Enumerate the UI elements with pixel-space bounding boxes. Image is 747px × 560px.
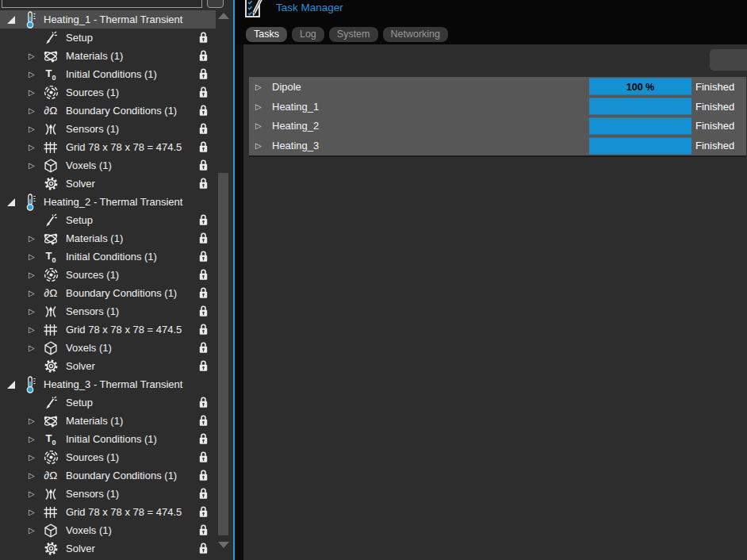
lock-icon [198,159,209,174]
search-input[interactable] [2,0,202,8]
expand-arrow-icon[interactable]: ▷ [29,521,38,539]
lock-icon [198,250,209,265]
expand-arrow-icon[interactable]: ▷ [29,302,38,320]
task-row[interactable]: ▷Dipole100 %Finished [249,77,746,97]
tree-item-label: Sources (1) [66,86,119,98]
progress-bar [589,98,691,115]
tree-item[interactable]: ▷ Materials (1) [0,412,216,430]
tree-item[interactable]: ▷ Sources (1) [0,448,216,466]
lock-icon [198,213,209,228]
tree-item[interactable]: ▷∂ΩBoundary Conditions (1) [0,284,216,302]
expand-arrow-icon[interactable]: ▷ [29,247,38,266]
expand-arrow-icon[interactable]: ▷ [29,503,38,521]
expand-arrow-icon[interactable]: ▷ [29,485,38,503]
expand-arrow-icon[interactable]: ▷ [29,430,38,448]
tree-item[interactable]: ▷ Sensors (1) [0,302,216,320]
expand-arrow-icon[interactable]: ▷ [29,412,38,430]
expanded-arrow-icon[interactable] [7,381,17,389]
tree-section-label: Heating_3 - Thermal Transient [44,378,182,390]
tab-log[interactable]: Log [292,27,324,42]
lock-icon [198,140,209,155]
lock-icon [198,49,209,64]
task-row[interactable]: ▷Heating_1Finished [249,97,746,117]
tree-item[interactable]: Solver [0,175,216,193]
tab-networking[interactable]: Networking [383,27,449,42]
grid-icon [42,506,59,519]
tree-item-label: Solver [66,178,95,190]
tree-item[interactable]: ▷ Sources (1) [0,83,216,102]
expand-arrow-icon[interactable]: ▷ [29,339,38,357]
lock-icon [198,286,209,301]
expand-arrow-icon[interactable]: ▷ [29,102,38,120]
expand-arrow-icon[interactable]: ▷ [29,284,38,302]
expand-arrow-icon[interactable]: ▷ [29,120,38,138]
progress-label: 100 % [626,81,654,92]
tree-item[interactable]: ▷∂ΩBoundary Conditions (1) [0,102,216,120]
scroll-up-icon[interactable] [218,13,229,19]
tab-tasks[interactable]: Tasks [246,27,287,42]
task-manager-header: Task Manager TasksLogSystemNetworking [235,0,747,44]
tree-section-header[interactable]: Heating_2 - Thermal Transient [0,193,216,211]
expand-arrow-icon[interactable]: ▷ [29,65,38,83]
expanded-arrow-icon[interactable] [7,16,17,24]
solver-icon [42,176,59,191]
task-row[interactable]: ▷Heating_2Finished [249,117,746,136]
tree-item[interactable]: ▷T0Initial Conditions (1) [0,65,216,83]
tree-item[interactable]: ▷T0Initial Conditions (1) [0,430,216,448]
tree-item[interactable]: ▷ Sensors (1) [0,120,216,138]
tree-item[interactable]: ▷ Voxels (1) [0,521,216,539]
tree-item[interactable]: Setup [0,393,216,412]
expand-arrow-icon[interactable]: ▷ [29,448,38,466]
expand-arrow-icon[interactable]: ▷ [29,47,38,65]
task-manager-icon [243,0,265,22]
tree-item-label: Materials (1) [66,415,123,427]
tree-item[interactable]: Setup [0,211,216,229]
tree-item[interactable]: ▷ Materials (1) [0,47,216,65]
voxels-icon [42,524,59,538]
expand-arrow-icon[interactable]: ▷ [29,466,38,485]
tree-item[interactable]: ▷T0Initial Conditions (1) [0,247,216,266]
tree-item[interactable]: Setup [0,29,216,47]
expand-arrow-icon[interactable]: ▷ [255,121,263,130]
tree-section-header[interactable]: Heating_1 - Thermal Transient [0,10,216,29]
tree-scrollbar[interactable] [216,0,231,560]
tree-item-label: Materials (1) [66,50,123,62]
tab-system[interactable]: System [329,27,378,42]
expand-arrow-icon[interactable]: ▷ [255,82,263,91]
tree-item[interactable]: ▷ Voxels (1) [0,156,216,175]
tree-section-header[interactable]: Heating_3 - Thermal Transient [0,375,216,393]
expand-arrow-icon[interactable]: ▷ [29,320,38,339]
tree-item[interactable]: ▷∂ΩBoundary Conditions (1) [0,466,216,485]
boundary-conditions-icon: ∂Ω [42,287,59,299]
initial-conditions-icon: T0 [42,250,59,264]
tree-item[interactable]: ▷ Grid 78 x 78 x 78 = 474.5 [0,138,216,156]
voxels-icon [42,159,59,173]
expand-arrow-icon[interactable]: ▷ [29,138,38,156]
tree-section-label: Heating_1 - Thermal Transient [44,13,182,25]
task-status: Finished [695,101,734,113]
lock-icon [198,268,209,283]
expanded-arrow-icon[interactable] [7,198,17,206]
expand-arrow-icon[interactable]: ▷ [255,102,263,111]
expand-arrow-icon[interactable]: ▷ [29,83,38,102]
tree-item[interactable]: ▷ Sensors (1) [0,485,216,503]
tree-item[interactable]: ▷ Sources (1) [0,266,216,284]
tree-item[interactable]: ▷ Voxels (1) [0,339,216,357]
scrollbar-thumb[interactable] [218,173,228,535]
tree-item-label: Grid 78 x 78 x 78 = 474.5 [66,141,182,153]
scroll-down-icon[interactable] [218,542,229,548]
tree-item[interactable]: ▷ Materials (1) [0,229,216,247]
tree-item[interactable]: Solver [0,357,216,375]
panel-title: Task Manager [276,2,343,13]
tree-item[interactable]: ▷ Grid 78 x 78 x 78 = 474.5 [0,503,216,521]
tree-item[interactable]: ▷ Grid 78 x 78 x 78 = 474.5 [0,320,216,339]
tree-item[interactable]: Solver [0,539,216,558]
expand-arrow-icon[interactable]: ▷ [29,229,38,247]
expand-arrow-icon[interactable]: ▷ [255,141,263,150]
expand-arrow-icon[interactable]: ▷ [29,156,38,175]
task-row[interactable]: ▷Heating_3Finished [249,136,746,155]
toolbar-button-partial[interactable] [710,49,747,71]
tree-item-label: Voxels (1) [66,342,112,354]
expand-arrow-icon[interactable]: ▷ [29,266,38,284]
lock-icon [198,505,209,520]
